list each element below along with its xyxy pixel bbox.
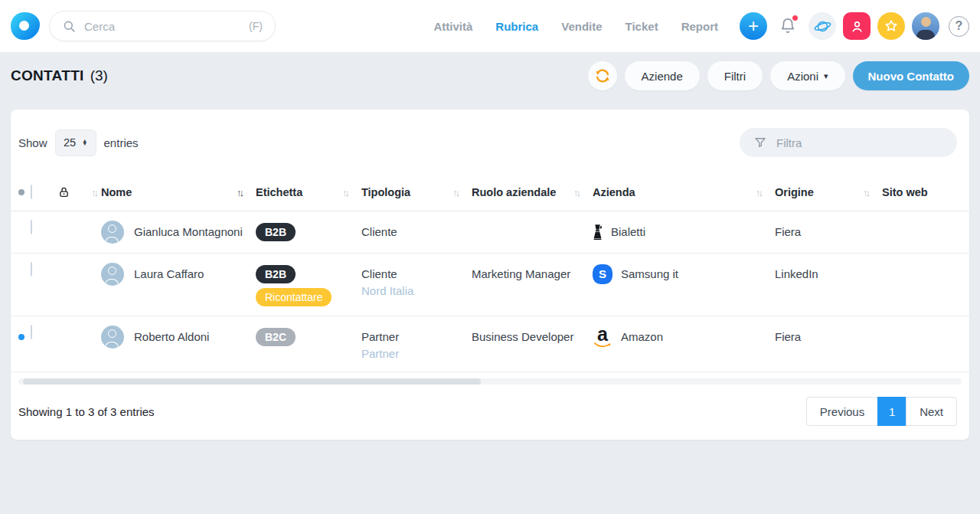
sort-icon[interactable]: ↑↓ [88,187,96,198]
nav-item-vendite[interactable]: Vendite [561,20,602,33]
label-badge: B2C [256,328,296,346]
page-title: CONTATTI [11,67,84,84]
horizontal-scrollbar[interactable] [18,378,962,385]
tipologia-sub-value: Nord Italia [361,283,472,300]
tipologia-value: Cliente [361,221,472,244]
planet-icon [814,18,831,35]
user-avatar[interactable] [912,12,939,40]
sort-icon[interactable]: ↑↓ [449,187,458,198]
person-icon [850,19,864,34]
contacts-count: (3) [90,67,108,84]
ruolo-value: Marketing Manager [472,263,593,286]
notifications-button[interactable] [774,12,802,40]
page-1-button[interactable]: 1 [877,397,906,426]
status-dot-header [18,189,24,195]
tipologia-value: Cliente [361,266,472,283]
nuovo-contatto-button[interactable]: Nuovo Contatto [853,61,969,90]
explore-button[interactable] [808,12,836,40]
column-header-sito-web[interactable]: Sito web [882,186,962,198]
global-search[interactable]: (F) [49,11,276,41]
page-header: CONTATTI (3) Aziende Filtri Azioni ▾ Nuo… [0,52,980,100]
column-header-tipologia[interactable]: Tipologia↑↓ [361,186,472,198]
row-checkbox[interactable] [31,220,32,234]
column-header-azienda[interactable]: Azienda↑↓ [593,186,775,198]
contact-name[interactable]: Laura Caffaro [134,263,204,286]
sort-icon[interactable]: ↑↓ [753,187,761,198]
app-logo-icon[interactable] [11,12,40,40]
tipologia-sub-value: Partner [361,345,472,362]
navbar-icon-group: + ? [740,12,969,40]
filtri-button[interactable]: Filtri [707,61,763,90]
column-header-nome[interactable]: Nome↑↓ [101,186,256,198]
column-header-ruolo[interactable]: Ruolo aziendale↑↓ [472,186,593,198]
amazon-logo-icon: a [593,326,612,348]
search-input[interactable] [84,20,241,33]
entries-label: entries [104,136,139,149]
filter-input[interactable] [776,136,943,149]
quick-add-button[interactable]: + [740,12,767,40]
sort-icon[interactable]: ↑↓ [339,187,348,198]
top-navbar: (F) Attività Rubrica Vendite Ticket Repo… [0,0,980,52]
page-size-select[interactable]: 25 ▲▼ [55,129,96,156]
lock-icon[interactable] [58,186,70,198]
funnel-icon [753,136,767,149]
contact-avatar [101,221,124,244]
label-badge: B2B [256,223,296,241]
chevron-down-icon: ▾ [824,71,828,81]
table-row[interactable]: Gianluca Montagnoni B2B Cliente Bialetti… [11,211,969,254]
contacts-card: Show 25 ▲▼ entries ↑↓ Nome↑↓ [11,110,969,440]
help-button[interactable]: ? [949,16,969,37]
refresh-icon [595,68,610,83]
show-label: Show [18,136,47,149]
star-icon [884,18,899,34]
sort-icon[interactable]: ↑↓ [234,187,242,198]
page-size-value: 25 [64,136,76,149]
azioni-dropdown-button[interactable]: Azioni ▾ [770,61,844,90]
contact-avatar [101,326,124,349]
nav-item-ticket[interactable]: Ticket [626,20,658,33]
aziende-button[interactable]: Aziende [625,61,700,90]
plus-icon: + [748,17,759,35]
nav-item-attivita[interactable]: Attività [434,20,473,33]
company-name[interactable]: Amazon [621,326,663,349]
refresh-button[interactable] [588,61,617,90]
previous-page-button[interactable]: Previous [806,397,878,426]
contact-name[interactable]: Roberto Aldoni [134,326,209,349]
tipologia-value: Partner [361,329,472,345]
table-filter[interactable] [740,128,957,157]
origine-value: Fiera [775,221,882,244]
origine-value: LinkedIn [775,263,882,286]
row-checkbox[interactable] [31,262,32,277]
search-shortcut-hint: (F) [249,20,263,32]
next-page-button[interactable]: Next [906,397,957,426]
row-checkbox[interactable] [31,325,32,339]
search-icon [62,19,77,34]
main-nav: Attività Rubrica Vendite Ticket Report [434,20,719,33]
sort-icon[interactable]: ↑↓ [570,187,579,198]
page-size-control: Show 25 ▲▼ entries [18,129,139,156]
question-icon: ? [956,19,963,33]
contact-avatar [101,263,124,286]
table-row[interactable]: Roberto Aldoni B2C Partner Partner Busin… [11,316,969,372]
label-badge: B2B [256,265,296,283]
ruolo-value: Business Developer [472,326,593,349]
favorites-button[interactable] [877,12,905,40]
notification-badge [792,15,799,21]
unread-indicator [18,334,24,340]
table-row[interactable]: Laura Caffaro B2B Ricontattare Cliente N… [11,254,969,316]
column-header-origine[interactable]: Origine↑↓ [775,186,882,198]
select-all-checkbox[interactable] [31,185,32,199]
column-header-etichetta[interactable]: Etichetta↑↓ [256,186,361,198]
sort-icon[interactable]: ↑↓ [860,187,868,198]
scrollbar-thumb[interactable] [23,378,481,385]
azioni-label: Azioni [787,70,818,83]
table-header-row: ↑↓ Nome↑↓ Etichetta↑↓ Tipologia↑↓ Ruolo … [11,174,969,211]
pagination: Previous 1 Next [806,397,957,426]
company-name[interactable]: Samsung it [621,263,678,286]
nav-item-report[interactable]: Report [681,20,718,33]
samsung-logo-icon: S [593,264,612,284]
nav-item-rubrica[interactable]: Rubrica [495,20,538,33]
contact-name[interactable]: Gianluca Montagnoni [134,221,243,244]
company-name[interactable]: Bialetti [611,221,645,244]
support-button[interactable] [843,12,871,40]
